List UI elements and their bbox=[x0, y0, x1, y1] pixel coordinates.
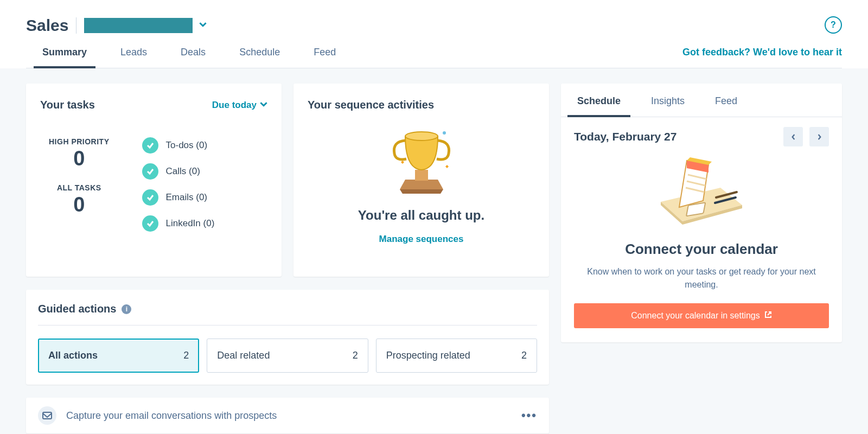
check-icon bbox=[142, 189, 158, 206]
side-panel-description: Know when to work on your tasks or get r… bbox=[561, 258, 842, 303]
svg-rect-2 bbox=[415, 170, 428, 181]
check-icon bbox=[142, 163, 158, 180]
tasks-card: Your tasks Due today HIGH PRIORITY 0 ALL… bbox=[26, 84, 282, 277]
page-title: Sales bbox=[26, 16, 68, 35]
title-divider bbox=[76, 17, 76, 34]
guided-tab-count: 2 bbox=[183, 350, 189, 361]
more-menu-button[interactable]: ••• bbox=[521, 409, 537, 423]
task-type-label: To-dos (0) bbox=[166, 140, 208, 151]
task-type-emails[interactable]: Emails (0) bbox=[142, 189, 215, 206]
guided-tab-label: Prospecting related bbox=[386, 350, 470, 361]
connect-calendar-button[interactable]: Connect your calendar in settings bbox=[574, 303, 829, 328]
side-date: Today, February 27 bbox=[574, 130, 676, 143]
tab-deals[interactable]: Deals bbox=[181, 47, 206, 68]
guided-action-text: Capture your email conversations with pr… bbox=[66, 410, 277, 422]
tab-summary[interactable]: Summary bbox=[42, 47, 87, 68]
guided-actions-card: Guided actions i All actions 2 Deal rela… bbox=[26, 290, 549, 385]
external-link-icon bbox=[764, 311, 772, 321]
high-priority-label: HIGH PRIORITY bbox=[49, 137, 110, 146]
calendar-illustration bbox=[561, 152, 842, 241]
main-tabs: Summary Leads Deals Schedule Feed bbox=[26, 47, 336, 68]
next-day-button[interactable] bbox=[809, 127, 829, 146]
task-type-label: LinkedIn (0) bbox=[166, 218, 215, 229]
tab-leads[interactable]: Leads bbox=[120, 47, 147, 68]
svg-point-4 bbox=[443, 131, 446, 135]
side-panel: Schedule Insights Feed Today, February 2… bbox=[561, 84, 842, 342]
user-selector[interactable] bbox=[84, 18, 207, 33]
side-tab-insights[interactable]: Insights bbox=[651, 84, 685, 117]
task-type-linkedin[interactable]: LinkedIn (0) bbox=[142, 215, 215, 232]
task-type-todos[interactable]: To-dos (0) bbox=[142, 137, 215, 154]
svg-point-3 bbox=[405, 132, 438, 141]
due-filter-label: Due today bbox=[212, 100, 257, 111]
page-header: Sales ? Summary Leads Deals Schedule Fee… bbox=[0, 0, 868, 68]
high-priority-value: 0 bbox=[49, 147, 110, 170]
sequences-card: Your sequence activities bbox=[293, 84, 549, 277]
guided-action-item[interactable]: Capture your email conversations with pr… bbox=[26, 398, 549, 433]
check-icon bbox=[142, 137, 158, 154]
tab-schedule[interactable]: Schedule bbox=[239, 47, 280, 68]
all-tasks-label: ALL TASKS bbox=[49, 183, 110, 192]
trophy-illustration bbox=[389, 120, 454, 196]
user-bar-placeholder bbox=[84, 18, 193, 33]
connect-button-label: Connect your calendar in settings bbox=[631, 311, 760, 321]
guided-tab-count: 2 bbox=[353, 350, 358, 361]
info-icon[interactable]: i bbox=[122, 304, 131, 314]
feedback-link[interactable]: Got feedback? We'd love to hear it bbox=[682, 47, 842, 68]
caret-down-icon bbox=[260, 100, 267, 111]
guided-tab-deal[interactable]: Deal related 2 bbox=[207, 339, 368, 373]
tab-feed[interactable]: Feed bbox=[314, 47, 336, 68]
due-filter-select[interactable]: Due today bbox=[212, 100, 267, 111]
task-type-calls[interactable]: Calls (0) bbox=[142, 163, 215, 180]
all-tasks-value: 0 bbox=[49, 193, 110, 216]
help-button[interactable]: ? bbox=[825, 16, 842, 34]
tasks-title: Your tasks bbox=[40, 99, 95, 111]
guided-tab-count: 2 bbox=[521, 350, 527, 361]
side-tab-schedule[interactable]: Schedule bbox=[577, 84, 621, 117]
sequences-title: Your sequence activities bbox=[308, 99, 434, 111]
caught-up-message: You're all caught up. bbox=[358, 208, 484, 223]
task-type-label: Calls (0) bbox=[166, 166, 200, 177]
prev-day-button[interactable] bbox=[783, 127, 803, 146]
check-icon bbox=[142, 215, 158, 232]
caret-down-icon bbox=[199, 21, 207, 30]
guided-tab-label: Deal related bbox=[217, 350, 270, 361]
side-panel-title: Connect your calendar bbox=[561, 241, 842, 258]
manage-sequences-link[interactable]: Manage sequences bbox=[379, 234, 464, 245]
guided-tab-prospecting[interactable]: Prospecting related 2 bbox=[376, 339, 537, 373]
side-tab-feed[interactable]: Feed bbox=[715, 84, 737, 117]
svg-marker-0 bbox=[400, 180, 443, 189]
task-type-label: Emails (0) bbox=[166, 192, 208, 203]
guided-actions-title: Guided actions bbox=[38, 303, 116, 315]
guided-tab-label: All actions bbox=[48, 350, 98, 361]
envelope-icon bbox=[38, 406, 56, 425]
guided-tab-all[interactable]: All actions 2 bbox=[38, 339, 199, 373]
svg-marker-1 bbox=[400, 189, 443, 194]
